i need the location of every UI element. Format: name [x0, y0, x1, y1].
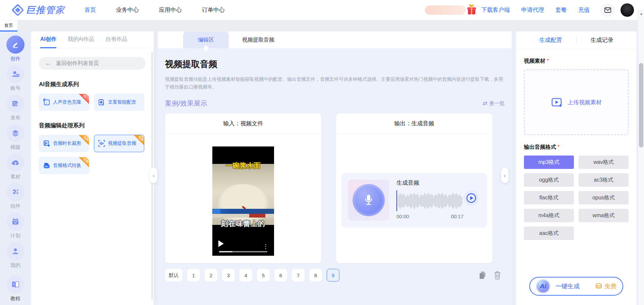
- link-download-client[interactable]: 下载客户端: [481, 6, 510, 14]
- audio-play-button[interactable]: [464, 190, 479, 206]
- page-6[interactable]: 6: [274, 269, 287, 282]
- tool-panel: AI创作 我的AI作品 自有作品 ← 返回创作列表首页 AI音频生成系列 ♪ 人…: [31, 32, 154, 305]
- scroll-up-arrow[interactable]: ▲: [638, 12, 644, 15]
- page-title: 视频提取音频: [165, 58, 504, 70]
- time-current: 00:00: [396, 213, 409, 219]
- link-plans[interactable]: 套餐: [555, 6, 567, 14]
- rail-item-mine[interactable]: 我的: [6, 242, 24, 268]
- logo-diamond-icon: [12, 4, 23, 16]
- rail-item-plan[interactable]: 计划: [6, 212, 24, 239]
- tab-generate-config[interactable]: 生成配置: [539, 36, 562, 44]
- section-title-ai-audio: AI音频生成系列: [39, 80, 146, 88]
- video-menu-icon[interactable]: ⋮: [263, 245, 269, 248]
- rail-item-publish[interactable]: 发布: [6, 95, 24, 121]
- page-2[interactable]: 2: [205, 269, 217, 282]
- video-play-button[interactable]: [218, 240, 224, 247]
- free-cost-badge: 免费: [595, 282, 616, 290]
- format-mp3[interactable]: mp3格式: [524, 156, 574, 169]
- upload-video-dropzone[interactable]: 上传视频素材: [524, 69, 629, 135]
- coins-icon: [595, 283, 602, 290]
- waveform-icon: [98, 140, 105, 147]
- user-add-icon: [11, 70, 20, 78]
- back-to-list-button[interactable]: ← 返回创作列表首页: [39, 57, 146, 70]
- copy-icon: [478, 271, 486, 280]
- format-opus[interactable]: opus格式: [579, 191, 629, 204]
- music-note-icon: ♪: [43, 99, 50, 106]
- refresh-batch-button[interactable]: ⇄ 换一批: [483, 100, 504, 107]
- audio-result-tile: 生成音频 00:00 00:17: [341, 173, 487, 228]
- news-ticker: [212, 209, 274, 214]
- publish-doc-icon: [11, 100, 19, 108]
- header-right: 下载客户端 申请代理 套餐 充值: [425, 3, 634, 17]
- time-total: 00:17: [451, 213, 464, 219]
- tab-ai-create[interactable]: AI创作: [40, 32, 56, 48]
- format-flac[interactable]: flac格式: [524, 191, 574, 204]
- page-default[interactable]: 默认: [165, 269, 182, 282]
- page-scrollbar[interactable]: ▲: [638, 9, 644, 305]
- generate-button[interactable]: Ai 一键生成 免费: [529, 277, 623, 296]
- swap-arrows-icon: ⇄: [483, 100, 487, 107]
- sample-pager: 默认 1 2 3 4 5 6 7 8 9: [165, 269, 504, 282]
- nav-business-center[interactable]: 业务中心: [116, 6, 139, 14]
- format-wav[interactable]: wav格式: [579, 156, 629, 169]
- rail-item-material[interactable]: 素材: [6, 154, 24, 180]
- page-tab-home[interactable]: 首页: [0, 20, 17, 32]
- delete-button[interactable]: [494, 271, 501, 280]
- tool-extract-audio[interactable]: 视频提取音频 免费: [94, 135, 144, 152]
- tool-voice-clone[interactable]: ♪ 人声音色克隆 热门: [39, 94, 89, 111]
- layers-icon: [11, 129, 19, 137]
- promo-pill[interactable]: [425, 5, 466, 15]
- logo-text: 巨推管家: [26, 4, 65, 16]
- video-progress-bar[interactable]: [219, 251, 267, 252]
- copy-button[interactable]: [478, 271, 486, 280]
- tool-smart-dubbing[interactable]: T 文案智能配音: [94, 94, 144, 111]
- upload-label: 上传视频素材: [568, 99, 602, 106]
- link-apply-agent[interactable]: 申请代理: [521, 6, 544, 14]
- nav-home[interactable]: 首页: [85, 6, 96, 14]
- format-aac[interactable]: aac格式: [524, 227, 574, 240]
- page-4[interactable]: 4: [239, 269, 252, 282]
- rail-item-tutorial[interactable]: 教程: [6, 276, 24, 302]
- app-logo[interactable]: 巨推管家: [12, 4, 65, 16]
- rail-item-account[interactable]: 账号: [6, 65, 24, 92]
- tab-generate-history[interactable]: 生成记录: [591, 36, 613, 44]
- rail-item-component[interactable]: 组件: [6, 183, 24, 209]
- sample-video-player[interactable]: 一碗浆水面 刻在味蕾上的 ⋮: [212, 146, 274, 256]
- microphone-icon: [363, 193, 374, 207]
- page-5[interactable]: 5: [257, 269, 270, 282]
- format-m4a[interactable]: m4a格式: [524, 209, 574, 222]
- nav-order-center[interactable]: 订单中心: [202, 6, 225, 14]
- waveform[interactable]: [396, 191, 464, 210]
- nav-app-center[interactable]: 应用中心: [159, 6, 182, 14]
- format-ogg[interactable]: ogg格式: [524, 173, 574, 187]
- tab-divider: [576, 37, 577, 43]
- link-recharge[interactable]: 充值: [578, 6, 590, 14]
- tab-own-works[interactable]: 自有作品: [106, 32, 127, 48]
- rail-item-template[interactable]: 模版: [6, 124, 24, 150]
- page-description: 视频提取音频功能是上传视频素材智能获取视频中的配音、输出音频文件，音频文件可供多…: [165, 75, 504, 91]
- tab-my-ai-works[interactable]: 我的AI作品: [68, 32, 94, 48]
- ai-badge-icon: Ai: [536, 279, 550, 293]
- video-caption-bottom: 刻在味蕾上的: [212, 219, 274, 228]
- tool-panel-tabs: AI创作 我的AI作品 自有作品: [31, 32, 154, 48]
- tool-audio-trim[interactable]: 音频时长裁剪 免费: [39, 135, 89, 152]
- page-3[interactable]: 3: [222, 269, 235, 282]
- page-1[interactable]: 1: [187, 269, 200, 282]
- output-card-title: 输出：生成音频: [336, 113, 492, 134]
- play-circle-icon: [466, 193, 476, 203]
- format-grid: mp3格式 wav格式 ogg格式 ac3格式 flac格式 opus格式 m4…: [524, 156, 629, 240]
- collapse-right-handle[interactable]: ›: [501, 168, 508, 183]
- format-wma[interactable]: wma格式: [579, 209, 629, 222]
- generate-label: 一键生成: [555, 282, 580, 290]
- scrollbar-thumb[interactable]: [639, 63, 643, 147]
- page-7[interactable]: 7: [292, 269, 305, 282]
- collapse-left-handle[interactable]: ‹: [150, 168, 157, 183]
- page-8[interactable]: 8: [309, 269, 322, 282]
- tab-video-extract-audio[interactable]: 视频提取音频: [242, 32, 274, 48]
- page-9[interactable]: 9: [327, 269, 339, 282]
- tool-format-convert[interactable]: WAV 音频格式转换 免费: [39, 157, 89, 174]
- mail-button[interactable]: [601, 3, 614, 17]
- rail-item-create[interactable]: 创作: [6, 36, 24, 62]
- format-ac3[interactable]: ac3格式: [579, 173, 629, 187]
- user-avatar[interactable]: [621, 3, 634, 17]
